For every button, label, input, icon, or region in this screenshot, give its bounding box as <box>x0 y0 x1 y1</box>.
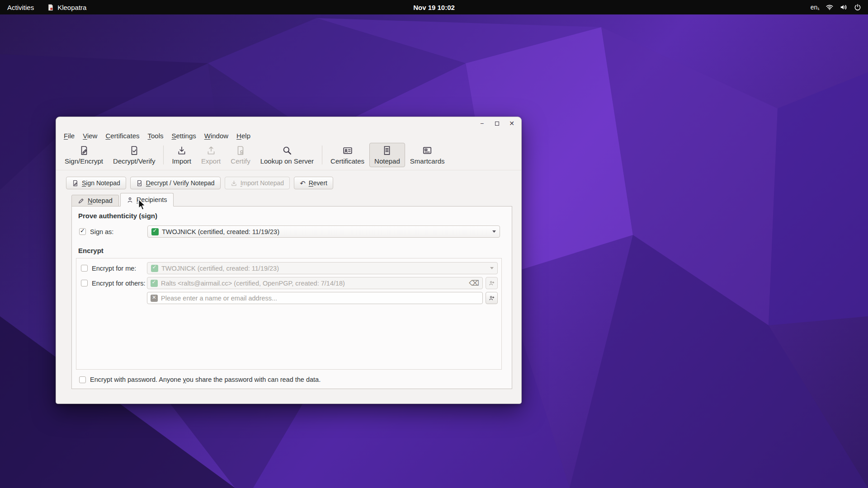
search-icon <box>282 145 292 155</box>
toolbar-label: Lookup on Server <box>260 157 314 165</box>
toolbar-label: Certify <box>231 157 250 165</box>
encrypt-for-others-checkbox[interactable] <box>81 280 88 286</box>
sign-as-combo[interactable]: TWOJNICK (certified, created: 11/19/23) <box>147 225 500 238</box>
volume-icon[interactable] <box>840 3 848 11</box>
certificate-valid-icon <box>151 265 158 272</box>
menu-help[interactable]: Help <box>232 131 255 141</box>
revert-arrow-icon: ↶ <box>300 180 306 187</box>
sign-as-value: TWOJNICK (certified, created: 11/19/23) <box>162 228 489 235</box>
encrypt-for-me-checkbox[interactable] <box>81 265 88 272</box>
sign-as-label: Sign as: <box>90 228 113 235</box>
sign-as-row: Sign as: TWOJNICK (certified, created: 1… <box>78 225 505 238</box>
pencil-icon <box>78 197 85 204</box>
toolbar-export: Export <box>196 143 226 167</box>
tab-bar: Notepad Recipients <box>71 193 521 206</box>
add-recipient-button[interactable] <box>486 292 498 304</box>
revert-button[interactable]: ↶ Revert <box>294 177 333 189</box>
tab-recipients[interactable]: Recipients <box>120 193 174 206</box>
person-icon <box>127 197 133 203</box>
verify-icon <box>136 180 143 187</box>
new-recipient-input[interactable] <box>161 295 479 302</box>
minimize-button[interactable]: − <box>478 119 486 127</box>
window-titlebar[interactable]: − ✕ <box>56 117 521 130</box>
new-recipient-entry-wrap <box>147 292 483 304</box>
toolbar-label: Notepad <box>374 157 400 165</box>
encrypt-for-others-row: Encrypt for others: Ralts <ralts@airmail… <box>80 277 498 289</box>
chevron-down-icon <box>492 230 496 233</box>
menu-tools[interactable]: Tools <box>143 131 167 141</box>
close-button[interactable]: ✕ <box>508 119 516 127</box>
toolbar-label: Decrypt/Verify <box>113 157 155 165</box>
encrypt-with-password-checkbox[interactable] <box>79 376 86 383</box>
import-icon <box>177 145 187 155</box>
recipients-panel: Prove authenticity (sign) Sign as: TWOJN… <box>71 206 512 389</box>
encrypt-options-frame: Encrypt for me: TWOJNICK (certified, cre… <box>76 258 502 370</box>
toolbar-certify: Certify <box>226 143 255 167</box>
toolbar-label: Import <box>172 157 191 165</box>
encrypt-for-me-label: Encrypt for me: <box>92 265 136 272</box>
encrypt-for-me-row: Encrypt for me: TWOJNICK (certified, cre… <box>80 262 498 274</box>
export-icon <box>206 145 216 155</box>
toolbar-label: Export <box>201 157 221 165</box>
menu-view[interactable]: View <box>79 131 101 141</box>
menu-settings[interactable]: Settings <box>168 131 200 141</box>
encrypt-for-others-value: Ralts <ralts@airmail.cc> (certified, Ope… <box>161 280 466 287</box>
decrypt-verify-icon <box>129 145 139 155</box>
menu-bar: File View Certificates Tools Settings Wi… <box>56 130 521 141</box>
sign-as-checkbox[interactable] <box>79 228 86 235</box>
toolbar-label: Certificates <box>330 157 364 165</box>
toolbar-separator <box>163 145 164 164</box>
toolbar-import[interactable]: Import <box>167 143 196 167</box>
encrypt-with-password-label: Encrypt with password. Anyone you share … <box>90 376 321 383</box>
kleopatra-app-icon <box>47 4 54 11</box>
toolbar-separator <box>322 145 322 164</box>
power-icon[interactable] <box>854 3 862 11</box>
certificate-unknown-icon <box>151 295 158 302</box>
focused-app-name: Kleopatra <box>57 4 86 11</box>
id-card-icon <box>343 145 353 155</box>
sign-notepad-button[interactable]: Sign Notepad <box>66 177 126 189</box>
import-notepad-button: Import Notepad <box>225 177 290 189</box>
certificate-valid-icon <box>151 228 159 235</box>
focused-app-indicator[interactable]: Kleopatra <box>41 0 92 14</box>
sign-icon <box>72 180 79 187</box>
keyboard-layout-indicator[interactable]: en₁ <box>811 4 820 11</box>
toolbar-label: Sign/Encrypt <box>65 157 103 165</box>
main-toolbar: Sign/Encrypt Decrypt/Verify Import Expor… <box>56 141 521 170</box>
tab-label: Notepad <box>88 197 113 204</box>
tab-label: Recipients <box>137 196 167 203</box>
button-label: Sign Notepad <box>82 179 120 187</box>
activities-button[interactable]: Activities <box>0 0 41 14</box>
chevron-down-icon <box>490 267 494 269</box>
encrypt-for-others-label: Encrypt for others: <box>92 280 145 287</box>
tab-notepad[interactable]: Notepad <box>71 195 119 206</box>
toolbar-label: Smartcards <box>410 157 445 165</box>
toolbar-notepad[interactable]: Notepad <box>369 143 405 167</box>
import-icon <box>231 180 237 187</box>
clock[interactable]: Nov 19 10:02 <box>408 0 460 14</box>
toolbar-smartcards[interactable]: Smartcards <box>405 143 450 167</box>
toolbar-decrypt-verify[interactable]: Decrypt/Verify <box>108 143 160 167</box>
menu-file[interactable]: File <box>60 131 79 141</box>
notepad-action-row: Sign Notepad Decrypt / Verify Notepad Im… <box>66 177 521 189</box>
encrypt-for-me-value: TWOJNICK (certified, created: 11/19/23) <box>161 265 487 272</box>
sign-section-header: Prove authenticity (sign) <box>78 212 505 220</box>
menu-window[interactable]: Window <box>200 131 232 141</box>
encrypt-with-password-row: Encrypt with password. Anyone you share … <box>78 376 505 383</box>
toolbar-lookup-on-server[interactable]: Lookup on Server <box>255 143 319 167</box>
top-bar: Activities Kleopatra Nov 19 10:02 en₁ <box>0 0 868 14</box>
wifi-icon[interactable] <box>826 3 834 11</box>
clear-input-icon[interactable]: ⌫ <box>469 280 479 287</box>
new-recipient-row <box>80 292 498 304</box>
button-label: Import Notepad <box>241 179 284 187</box>
menu-certificates[interactable]: Certificates <box>101 131 143 141</box>
person-add-icon <box>489 279 495 287</box>
encrypt-for-me-combo: TWOJNICK (certified, created: 11/19/23) <box>147 262 498 274</box>
button-label: Revert <box>309 179 327 187</box>
encrypt-section-header: Encrypt <box>78 247 505 254</box>
toolbar-certificates[interactable]: Certificates <box>326 143 369 167</box>
maximize-button[interactable] <box>493 119 501 127</box>
toolbar-sign-encrypt[interactable]: Sign/Encrypt <box>60 143 108 167</box>
decrypt-verify-notepad-button[interactable]: Decrypt / Verify Notepad <box>130 177 221 189</box>
person-add-icon <box>489 294 495 302</box>
